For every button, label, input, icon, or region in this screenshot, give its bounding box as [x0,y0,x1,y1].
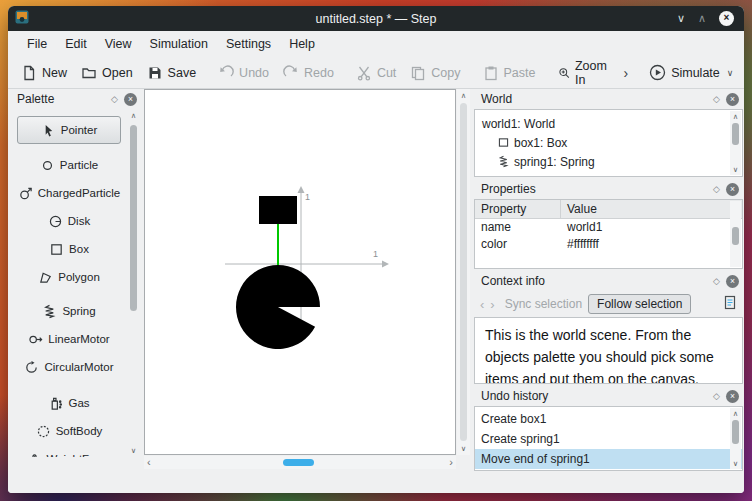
properties-close-icon[interactable]: × [726,183,739,196]
scroll-down-icon[interactable]: ∨ [127,446,140,455]
new-button[interactable]: New [14,60,74,86]
disk-icon [48,214,63,229]
y-axis-tick: 1 [305,192,310,202]
context-info-title: Context info [481,274,545,288]
palette-item-pointer[interactable]: Pointer [17,116,121,144]
redo-button[interactable]: Redo [276,60,341,86]
scroll-down-icon[interactable]: ∨ [730,165,741,174]
undo-item-create-spring1[interactable]: Create spring1 [475,429,742,449]
world-close-icon[interactable]: × [726,93,739,106]
palette-scrollbar-thumb[interactable] [130,125,137,311]
column-header-value[interactable]: Value [561,200,742,218]
cut-button[interactable]: Cut [349,60,403,86]
simulate-dropdown-icon[interactable]: ∨ [727,68,734,78]
scroll-up-icon[interactable]: ∧ [730,112,741,121]
palette-item-spring[interactable]: Spring [12,297,126,325]
property-row-color[interactable]: color #ffffffff [475,236,742,253]
palette-item-circularmotor[interactable]: CircularMotor [12,353,126,381]
open-button[interactable]: Open [74,60,140,86]
palette-item-gas[interactable]: Gas [12,389,126,417]
disk-shape[interactable] [236,265,320,349]
undo-history-detach-icon[interactable]: ◇ [713,391,720,401]
undo-item-move-end-of-spring1[interactable]: Move end of spring1 [475,449,742,469]
spring-icon [42,304,57,319]
minimize-button[interactable]: ∨ [677,13,685,24]
copy-button[interactable]: Copy [403,60,467,86]
scroll-up-icon[interactable]: ∧ [127,111,140,120]
redo-button-label: Redo [304,66,334,80]
canvas-horizontal-thumb[interactable] [283,459,314,466]
undo-history-scrollbar-thumb[interactable] [732,420,739,444]
undo-history-scrollbar[interactable]: ∧ ∨ [730,408,741,469]
window-buttons: ∨ ∧ × [677,11,744,26]
properties-detach-icon[interactable]: ◇ [713,184,720,194]
simulate-button-label: Simulate [671,66,720,80]
zoom-in-button[interactable]: Zoom In [551,60,618,86]
palette-item-box[interactable]: Box [12,235,126,263]
world-scrollbar-thumb[interactable] [732,123,739,145]
scroll-down-icon[interactable]: ∨ [457,444,470,453]
canvas-vertical-thumb[interactable] [460,103,467,441]
undo-icon [218,65,234,81]
property-row-name[interactable]: name world1 [475,219,742,236]
context-info-close-icon[interactable]: × [726,275,739,288]
palette-item-polygon[interactable]: Polygon [12,263,126,291]
palette-header: Palette ◇ × [10,89,141,109]
scroll-up-icon[interactable]: ∧ [457,91,470,100]
sync-selection-button[interactable]: Sync selection [505,297,582,311]
close-button[interactable]: × [719,11,734,26]
back-button[interactable]: ‹ [480,297,484,312]
palette-item-disk[interactable]: Disk [12,207,126,235]
toolbar-overflow-button[interactable]: › [617,65,634,81]
world-scrollbar[interactable]: ∧ ∨ [730,111,741,175]
save-button[interactable]: Save [140,60,204,86]
scroll-left-icon[interactable]: ‹ [147,456,151,469]
menu-view[interactable]: View [96,37,141,51]
menu-edit[interactable]: Edit [56,37,96,51]
palette-close-icon[interactable]: × [124,93,137,106]
tree-item-box1[interactable]: box1: Box [475,133,742,152]
palette-item-softbody[interactable]: SoftBody [12,417,126,445]
tree-item-world1[interactable]: world1: World [475,114,742,133]
canvas-vertical-scrollbar[interactable]: ∧ ∨ [457,89,470,455]
undo-button[interactable]: Undo [211,60,276,86]
canvas-horizontal-scrollbar[interactable]: ‹ › [144,456,456,469]
paste-button[interactable]: Paste [476,60,543,86]
world-canvas[interactable]: 1 1 [144,89,456,455]
open-in-browser-icon[interactable] [723,295,737,314]
maximize-button[interactable]: ∧ [698,13,706,24]
properties-panel-header: Properties ◇ × [474,179,743,199]
spring-icon [497,155,510,168]
palette-item-weightforce[interactable]: WeightForce [12,445,126,457]
menu-help[interactable]: Help [280,37,324,51]
undo-item-create-box1[interactable]: Create box1 [475,409,742,429]
open-folder-icon [81,65,97,81]
titlebar[interactable]: untitled.step * — Step ∨ ∧ × [8,6,744,31]
redo-icon [283,65,299,81]
simulate-button[interactable]: Simulate ∨ [642,60,740,86]
world-detach-icon[interactable]: ◇ [713,94,720,104]
menu-settings[interactable]: Settings [217,37,280,51]
scroll-right-icon[interactable]: › [449,456,453,469]
properties-scrollbar[interactable] [730,201,741,267]
palette-item-linearmotor[interactable]: LinearMotor [12,325,126,353]
polygon-icon [38,270,53,285]
palette-item-particle[interactable]: Particle [12,151,126,179]
scroll-down-icon[interactable]: ∨ [730,459,741,468]
follow-selection-button[interactable]: Follow selection [588,294,691,314]
properties-scrollbar-thumb[interactable] [732,227,739,245]
scroll-up-icon[interactable]: ∧ [730,409,741,418]
tree-item-spring1[interactable]: spring1: Spring [475,152,742,171]
menu-simulation[interactable]: Simulation [141,37,217,51]
palette-scrollbar[interactable]: ∧ ∨ [127,109,140,457]
main-area: Palette ◇ × Pointer Particle [10,89,742,471]
palette-detach-icon[interactable]: ◇ [111,94,118,104]
undo-history-close-icon[interactable]: × [726,390,739,403]
forward-button[interactable]: › [490,297,494,312]
menu-file[interactable]: File [18,37,56,51]
context-info-detach-icon[interactable]: ◇ [713,276,720,286]
column-header-property[interactable]: Property [475,200,561,218]
charged-particle-icon [18,186,33,201]
box1-shape[interactable] [259,196,297,224]
palette-item-chargedparticle[interactable]: ChargedParticle [12,179,126,207]
